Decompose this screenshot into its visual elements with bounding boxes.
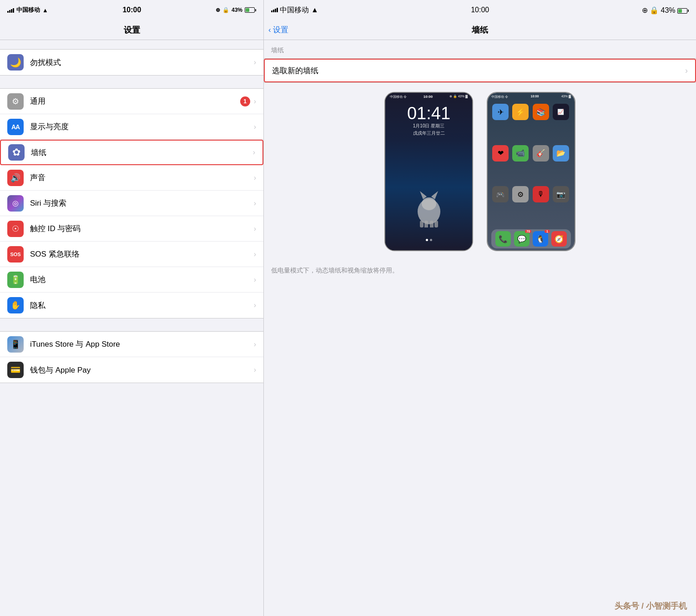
app-facetime[interactable]: 📹 xyxy=(512,145,529,162)
wallet-label: 钱包与 Apple Pay xyxy=(30,365,254,375)
left-carrier: 中国移动 ▲ xyxy=(7,6,48,14)
touchid-label: 触控 ID 与密码 xyxy=(30,223,254,234)
app-travel[interactable]: ✈ xyxy=(492,104,509,120)
dock-safari[interactable]: 🧭 xyxy=(551,231,567,247)
battery-tip xyxy=(255,9,256,11)
dock-phone[interactable]: 📞 xyxy=(495,231,511,247)
section-3: 📱 iTunes Store 与 App Store › 💳 钱包与 Apple… xyxy=(0,331,263,383)
sound-icon: 🔊 xyxy=(7,170,24,186)
right-wifi-icon: ▲ xyxy=(311,6,318,14)
section-1: 🌙 勿扰模式 › xyxy=(0,49,263,76)
battery-settings-icon: 🔋 xyxy=(7,272,24,288)
chevron-icon: › xyxy=(254,250,256,258)
dock-wechat[interactable]: 🐧 1 xyxy=(533,231,548,247)
lock-icon: 🔒 xyxy=(222,7,229,13)
wallet-icon: 💳 xyxy=(7,362,24,378)
settings-item-wallet[interactable]: 💳 钱包与 Apple Pay › xyxy=(0,357,263,383)
right-content: 墙纸 选取新的墙纸 › 中国移动 令 10:00 ⊕ 🔒 43% ▓ 01:41 xyxy=(264,40,696,323)
app-ibooks[interactable]: 📚 xyxy=(533,104,549,120)
settings-item-general[interactable]: ⚙ 通用 1 › xyxy=(0,89,263,114)
dot-2 xyxy=(430,239,432,241)
privacy-icon: ✋ xyxy=(7,297,24,313)
settings-item-battery[interactable]: 🔋 电池 › xyxy=(0,267,263,293)
settings-item-itunes[interactable]: 📱 iTunes Store 与 App Store › xyxy=(0,332,263,357)
dock-messages[interactable]: 💬 70 xyxy=(514,231,530,247)
settings-item-wallpaper[interactable]: ✿ 墙纸 › xyxy=(0,140,263,165)
settings-item-sound[interactable]: 🔊 声音 › xyxy=(0,165,263,191)
right-battery-icon xyxy=(677,8,689,14)
select-wallpaper-button[interactable]: 选取新的墙纸 › xyxy=(264,59,696,82)
app-podcast[interactable]: 🎙 xyxy=(533,186,549,202)
svg-rect-5 xyxy=(424,221,428,227)
battery-fill xyxy=(246,8,249,12)
battery-icon xyxy=(245,7,256,13)
right-time: 10:00 xyxy=(471,6,489,14)
chevron-icon: › xyxy=(254,123,256,131)
hs-battery: 43% ▓ xyxy=(561,95,571,99)
settings-item-touchid[interactable]: ☉ 触控 ID 与密码 › xyxy=(0,216,263,242)
display-label: 显示与亮度 xyxy=(30,121,254,132)
chevron-icon: › xyxy=(254,174,256,182)
app-health[interactable]: ❤ xyxy=(492,145,509,162)
sos-label: SOS 紧急联络 xyxy=(30,249,254,259)
settings-item-privacy[interactable]: ✋ 隐私 › xyxy=(0,293,263,318)
watermark-container: 头条号 / 小智测手机 xyxy=(264,323,696,616)
itunes-label: iTunes Store 与 App Store xyxy=(30,339,254,349)
ls-date: 1月10日 星期三 xyxy=(413,123,444,129)
ls-time: 10:00 xyxy=(424,95,433,99)
preview-section: 中国移动 令 10:00 ⊕ 🔒 43% ▓ 01:41 1月10日 星期三 戊… xyxy=(264,83,696,260)
ls-carrier: 中国移动 令 xyxy=(390,95,407,99)
hs-icons-grid: ✈ ⚡ 📚 📈 ❤ 📹 🎸 📂 🎮 ⚙ 🎙 📷 xyxy=(488,101,575,227)
settings-item-display[interactable]: AA 显示与亮度 › xyxy=(0,114,263,140)
lockscreen-bg: 中国移动 令 10:00 ⊕ 🔒 43% ▓ 01:41 1月10日 星期三 戊… xyxy=(385,93,472,250)
app-settings[interactable]: ⚙ xyxy=(512,186,529,202)
sound-label: 声音 xyxy=(30,172,254,183)
back-button[interactable]: ‹ 设置 xyxy=(268,25,288,35)
hs-statusbar: 中国移动 令 10:00 43% ▓ xyxy=(488,93,575,101)
settings-item-siri[interactable]: ◎ Siri 与搜索 › xyxy=(0,191,263,216)
itunes-icon: 📱 xyxy=(7,336,24,353)
app-camera[interactable]: 📷 xyxy=(553,186,569,202)
right-battery-body xyxy=(677,8,687,14)
svg-marker-2 xyxy=(420,191,427,199)
hs-dock: 📞 💬 70 🐧 1 🧭 xyxy=(491,229,571,248)
app-garage[interactable]: 🎸 xyxy=(533,145,549,162)
messages-badge: 70 xyxy=(525,230,531,233)
right-alarm-icon: ⊕ xyxy=(642,6,648,14)
right-lock-icon: 🔒 xyxy=(650,6,659,14)
right-battery-percent: 43% xyxy=(661,6,676,14)
right-status-bar: 中国移动 ▲ 10:00 ⊕ 🔒 43% xyxy=(264,0,696,20)
chevron-icon: › xyxy=(254,366,256,374)
app-stocks[interactable]: 📈 xyxy=(553,104,569,120)
general-label: 通用 xyxy=(30,96,240,106)
homescreen-preview[interactable]: 中国移动 令 10:00 43% ▓ ✈ ⚡ 📚 📈 ❤ 📹 🎸 📂 🎮 xyxy=(487,92,575,251)
svg-rect-4 xyxy=(420,221,424,227)
left-nav-bar: 设置 xyxy=(0,20,263,40)
dot-1 xyxy=(426,239,428,241)
chevron-icon: › xyxy=(254,276,256,284)
battery-percent: 43% xyxy=(232,7,242,13)
cat-silhouette xyxy=(409,187,449,227)
section-separator-1 xyxy=(0,76,263,88)
general-badge: 1 xyxy=(240,96,250,106)
settings-item-dnd[interactable]: 🌙 勿扰模式 › xyxy=(0,50,263,75)
chevron-icon: › xyxy=(253,148,255,157)
chevron-icon: › xyxy=(254,340,256,348)
general-icon: ⚙ xyxy=(7,93,24,110)
select-wallpaper-label: 选取新的墙纸 xyxy=(272,66,685,76)
lockscreen-preview[interactable]: 中国移动 令 10:00 ⊕ 🔒 43% ▓ 01:41 1月10日 星期三 戊… xyxy=(384,92,473,251)
watermark: 头条号 / 小智测手机 xyxy=(615,601,687,611)
ls-battery: ⊕ 🔒 43% ▓ xyxy=(449,95,468,99)
chevron-icon: › xyxy=(254,225,256,233)
app-efficiency[interactable]: ⚡ xyxy=(512,104,529,120)
siri-icon: ◎ xyxy=(7,195,24,212)
svg-rect-6 xyxy=(430,221,434,227)
siri-label: Siri 与搜索 xyxy=(30,198,254,208)
app-game[interactable]: 🎮 xyxy=(492,186,509,202)
settings-item-sos[interactable]: SOS SOS 紧急联络 › xyxy=(0,242,263,267)
display-icon: AA xyxy=(7,119,24,135)
app-files[interactable]: 📂 xyxy=(553,145,569,162)
section-separator-2 xyxy=(0,318,263,331)
right-battery-tip xyxy=(688,10,689,12)
ls-time-display: 01:41 xyxy=(407,105,450,122)
